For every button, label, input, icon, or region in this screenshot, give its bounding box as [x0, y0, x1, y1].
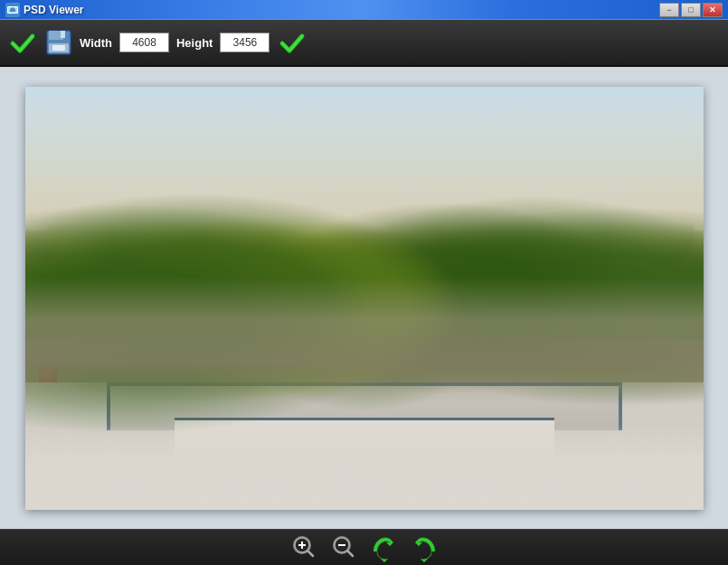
confirm-left-button[interactable]: [7, 27, 38, 58]
svg-rect-8: [52, 45, 65, 51]
green-check-left-icon: [7, 27, 38, 58]
zoom-out-button[interactable]: [330, 533, 359, 562]
zoom-in-button[interactable]: [290, 533, 319, 562]
confirm-right-button[interactable]: [277, 27, 307, 58]
svg-line-18: [347, 551, 353, 556]
height-label: Height: [176, 36, 213, 50]
width-input[interactable]: [119, 33, 169, 52]
bottom-toolbar: [0, 529, 728, 565]
close-button[interactable]: ✕: [703, 3, 723, 17]
svg-rect-6: [61, 31, 65, 38]
image-container: [25, 87, 704, 510]
rotate-right-icon: [410, 533, 439, 562]
maximize-button[interactable]: □: [681, 3, 701, 17]
photo-overlay: [25, 87, 704, 510]
rotate-left-icon: [370, 533, 399, 562]
title-bar: PSD Viewer − □ ✕: [0, 0, 728, 20]
save-button[interactable]: [45, 29, 72, 56]
photo-display: [25, 87, 704, 510]
zoom-out-icon: [331, 534, 358, 561]
toolbar: Width Height: [0, 20, 728, 67]
app-icon: [5, 3, 20, 17]
height-input[interactable]: [220, 33, 269, 52]
window-controls: − □ ✕: [659, 3, 723, 17]
svg-line-14: [307, 551, 313, 556]
save-icon: [45, 29, 72, 56]
rotate-left-button[interactable]: [370, 533, 399, 562]
minimize-button[interactable]: −: [659, 3, 679, 17]
rotate-right-button[interactable]: [410, 533, 439, 562]
zoom-in-icon: [291, 534, 318, 561]
width-label: Width: [80, 36, 112, 50]
green-check-right-icon: [277, 27, 307, 58]
window-title: PSD Viewer: [24, 4, 659, 16]
main-content: [0, 67, 728, 529]
